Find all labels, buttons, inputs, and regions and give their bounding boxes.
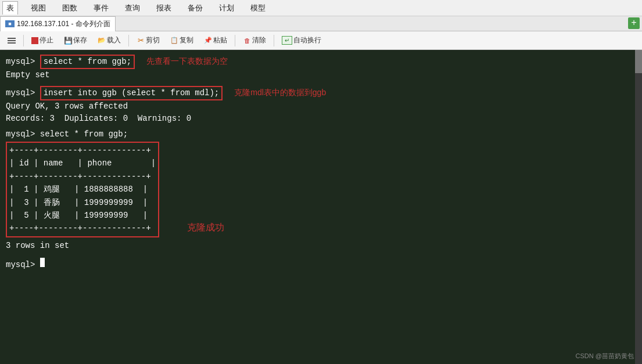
prompt-1: mysql> <box>6 56 40 68</box>
toolbar-separator-3 <box>235 35 235 46</box>
menu-item-events[interactable]: 事件 <box>90 2 112 15</box>
load-button[interactable]: 📂 载入 <box>94 34 125 48</box>
result-query-ok: Query OK, 3 rows affected <box>6 100 128 113</box>
save-icon: 💾 <box>64 37 72 45</box>
stop-button[interactable]: 停止 <box>27 34 58 48</box>
tab-db-icon: ■ <box>5 20 15 27</box>
terminal-line-2: Empty set <box>6 69 636 81</box>
content-area: mysql> select * from ggb;先查看一下表数据为空 Empt… <box>0 50 642 364</box>
copy-label: 复制 <box>180 35 193 45</box>
toolbar-separator-4 <box>274 35 274 46</box>
tab-bar: ■ 192.168.137.101 - 命令列介面 + <box>0 16 642 31</box>
result-empty-set: Empty set <box>6 69 50 81</box>
toolbar-separator-1 <box>23 35 24 46</box>
stop-icon <box>31 37 38 44</box>
paste-icon: 📌 <box>204 37 212 45</box>
terminal-line-3: mysql> insert into ggb (select * from md… <box>6 86 636 100</box>
toolbar-separator-2 <box>128 35 129 46</box>
prompt-final: mysql> <box>6 259 40 271</box>
terminal-line-4: Query OK, 3 rows affected <box>6 100 636 113</box>
cut-icon: ✂ <box>137 37 145 45</box>
menu-item-query[interactable]: 查询 <box>121 2 144 15</box>
cut-label: 剪切 <box>146 35 160 45</box>
menu-item-report[interactable]: 报表 <box>153 2 175 15</box>
cut-button[interactable]: ✂ 剪切 <box>132 34 164 48</box>
load-label: 载入 <box>107 35 121 45</box>
cmd-select-2: select * from ggb; <box>40 128 128 140</box>
annotation-3: 克隆mdl表中的数据到ggb <box>234 87 326 99</box>
table-border-mid: +----+--------+-------------+ <box>9 170 156 183</box>
menu-item-table[interactable]: 表 <box>2 1 18 15</box>
menu-bar: 表 视图 图数 事件 查询 报表 备份 计划 模型 <box>0 0 642 16</box>
terminal[interactable]: mysql> select * from ggb;先查看一下表数据为空 Empt… <box>0 50 642 364</box>
terminal-line-6: mysql> select * from ggb; <box>6 128 224 140</box>
menu-item-schedule[interactable]: 计划 <box>216 2 238 15</box>
load-icon: 📂 <box>98 37 106 45</box>
menu-item-view[interactable]: 视图 <box>27 2 49 15</box>
add-tab-button[interactable]: + <box>628 17 640 29</box>
cmd-box-3: insert into ggb (select * from mdl); <box>40 86 223 100</box>
tab-label: 192.168.137.101 - 命令列介面 <box>17 19 110 29</box>
result-table: +----+--------+-------------+ | id | nam… <box>6 142 159 237</box>
terminal-line-rows: 3 rows in set <box>6 240 636 252</box>
annotation-1: 先查看一下表数据为空 <box>146 55 228 67</box>
prompt-6: mysql> <box>6 128 40 140</box>
watermark: CSDN @苗苗奶黄包 <box>576 351 634 361</box>
save-button[interactable]: 💾 保存 <box>60 34 91 48</box>
terminal-line-5: Records: 3 Duplicates: 0 Warnings: 0 <box>6 113 636 125</box>
paste-label: 粘贴 <box>213 35 227 45</box>
prompt-3: mysql> <box>6 87 40 99</box>
stop-label: 停止 <box>40 35 53 45</box>
cursor <box>40 258 45 267</box>
table-row-3: | 5 | 火腿 | 199999999 | <box>9 209 156 222</box>
table-header: | id | name | phone | <box>9 157 156 170</box>
table-row-2: | 3 | 香肠 | 1999999999 | <box>9 196 156 209</box>
table-row-1: | 1 | 鸡腿 | 1888888888 | <box>9 183 156 196</box>
result-rows: 3 rows in set <box>6 240 69 252</box>
scrollbar-track[interactable] <box>635 50 642 364</box>
auto-wrap-label: 自动换行 <box>293 35 321 45</box>
menu-item-model[interactable]: 模型 <box>247 2 269 15</box>
terminal-line-1: mysql> select * from ggb;先查看一下表数据为空 <box>6 55 636 69</box>
copy-icon: 📋 <box>170 37 178 45</box>
menu-item-backup[interactable]: 备份 <box>184 2 206 15</box>
scrollbar-thumb[interactable] <box>635 50 642 73</box>
hamburger-button[interactable] <box>3 34 20 48</box>
paste-button[interactable]: 📌 粘贴 <box>200 34 231 48</box>
table-block: mysql> select * from ggb; +----+--------… <box>6 128 224 237</box>
clear-button[interactable]: 🗑 清除 <box>239 34 270 48</box>
clear-label: 清除 <box>252 35 266 45</box>
copy-button[interactable]: 📋 复制 <box>166 34 198 48</box>
table-border-top: +----+--------+-------------+ <box>9 144 156 157</box>
table-border-bottom: +----+--------+-------------+ <box>9 222 156 235</box>
toolbar: 停止 💾 保存 📂 载入 ✂ 剪切 📋 复制 📌 粘贴 🗑 清除 ↵ 自动换行 <box>0 31 642 50</box>
success-label: 克隆成功 <box>187 221 224 235</box>
tab-command[interactable]: ■ 192.168.137.101 - 命令列介面 <box>0 16 116 31</box>
cmd-box-1: select * from ggb; <box>40 55 135 69</box>
save-label: 保存 <box>73 35 87 45</box>
result-records: Records: 3 Duplicates: 0 Warnings: 0 <box>6 113 191 125</box>
menu-item-functions[interactable]: 图数 <box>59 2 81 15</box>
terminal-line-final: mysql> <box>6 258 636 271</box>
auto-wrap-button[interactable]: ↵ 自动换行 <box>278 34 325 48</box>
auto-wrap-icon: ↵ <box>282 36 292 45</box>
hamburger-icon <box>8 38 16 44</box>
clear-icon: 🗑 <box>243 37 251 45</box>
